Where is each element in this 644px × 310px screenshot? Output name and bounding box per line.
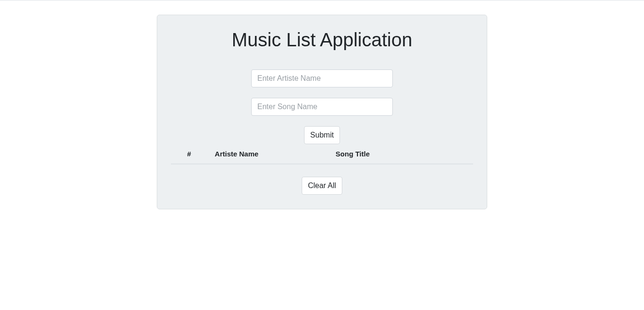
col-header-song: Song Title bbox=[328, 144, 443, 164]
music-table-wrapper: # Artiste Name Song Title bbox=[164, 144, 480, 164]
submit-button[interactable]: Submit bbox=[304, 126, 340, 144]
col-header-actions bbox=[443, 144, 473, 164]
page-title: Music List Application bbox=[164, 29, 480, 51]
song-field-row bbox=[164, 98, 480, 116]
music-table: # Artiste Name Song Title bbox=[171, 144, 473, 164]
artiste-name-input[interactable] bbox=[251, 69, 393, 87]
submit-row: Submit bbox=[164, 126, 480, 144]
app-card: Music List Application Submit # Artiste … bbox=[157, 15, 487, 209]
artiste-field-row bbox=[164, 69, 480, 87]
col-header-index: # bbox=[171, 144, 207, 164]
song-name-input[interactable] bbox=[251, 98, 393, 116]
col-header-artiste: Artiste Name bbox=[207, 144, 328, 164]
clear-row: Clear All bbox=[164, 177, 480, 195]
table-header-row: # Artiste Name Song Title bbox=[171, 144, 473, 164]
clear-all-button[interactable]: Clear All bbox=[302, 177, 342, 195]
